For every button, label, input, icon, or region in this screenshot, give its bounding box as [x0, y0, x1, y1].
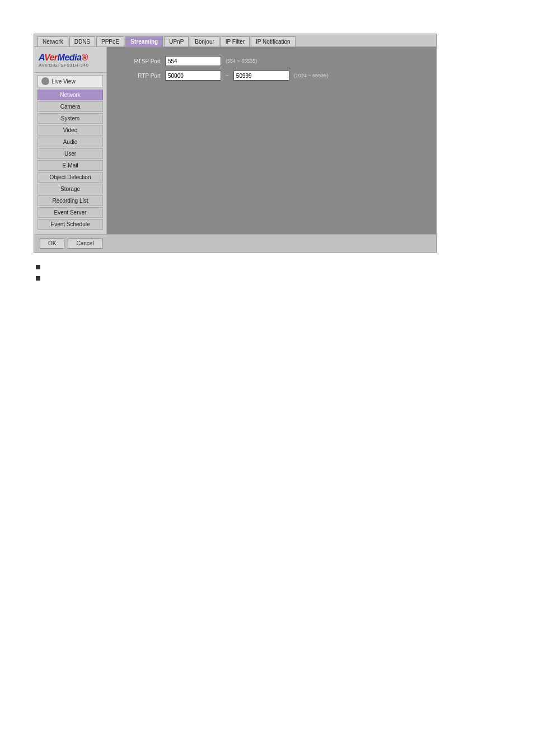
rtsp-port-row: RTSP Port (554 ~ 65535) — [116, 56, 427, 66]
rtp-port-start-input[interactable] — [165, 71, 221, 81]
sidebar-item-system[interactable]: System — [38, 113, 103, 124]
tab-pppoe[interactable]: PPPoE — [96, 36, 124, 46]
bullet-item-1 — [36, 264, 500, 269]
live-view-label: Live View — [51, 78, 76, 85]
bullet-icon-2 — [36, 276, 40, 281]
tab-bar: Network DDNS PPPoE Streaming UPnP Bonjou… — [34, 34, 436, 47]
live-view-button[interactable]: Live View — [38, 75, 103, 87]
logo-brand: AVerMedia® — [39, 53, 102, 63]
tab-streaming[interactable]: Streaming — [125, 36, 163, 46]
cancel-button[interactable]: Cancel — [68, 238, 102, 249]
rtsp-port-label: RTSP Port — [116, 58, 161, 64]
rtp-port-end-input[interactable] — [233, 71, 289, 81]
content-area: AVerMedia® AVerDiGi SF031H-240 Live View… — [34, 47, 436, 234]
live-view-icon — [41, 77, 49, 85]
logo-model: AVerDiGi SF031H-240 — [39, 63, 102, 68]
sidebar: AVerMedia® AVerDiGi SF031H-240 Live View… — [34, 47, 107, 234]
tab-upnp[interactable]: UPnP — [164, 36, 189, 46]
sidebar-item-video[interactable]: Video — [38, 125, 103, 136]
sidebar-item-network[interactable]: Network — [38, 90, 103, 100]
main-panel: RTSP Port (554 ~ 65535) RTP Port ~ (1024… — [107, 47, 436, 234]
bottom-bar: OK Cancel — [34, 234, 436, 252]
rtsp-port-hint: (554 ~ 65535) — [226, 58, 257, 64]
sidebar-item-email[interactable]: E-Mail — [38, 160, 103, 171]
tab-ip-filter[interactable]: IP Filter — [221, 36, 250, 46]
sidebar-item-event-schedule[interactable]: Event Schedule — [38, 219, 103, 230]
sidebar-item-camera[interactable]: Camera — [38, 101, 103, 112]
rtp-separator: ~ — [226, 73, 229, 79]
tab-ip-notification[interactable]: IP Notification — [251, 36, 296, 46]
tab-bonjour[interactable]: Bonjour — [190, 36, 219, 46]
tab-network[interactable]: Network — [38, 36, 68, 46]
sidebar-item-audio[interactable]: Audio — [38, 137, 103, 147]
rtsp-port-input[interactable] — [165, 56, 221, 66]
ok-button[interactable]: OK — [40, 238, 64, 249]
logo-area: AVerMedia® AVerDiGi SF031H-240 — [34, 50, 106, 73]
rtp-port-row: RTP Port ~ (1024 ~ 65535) — [116, 71, 427, 81]
bullet-item-2 — [36, 275, 500, 281]
sidebar-item-storage[interactable]: Storage — [38, 184, 103, 194]
sidebar-item-user[interactable]: User — [38, 148, 103, 159]
rtp-port-label: RTP Port — [116, 73, 161, 79]
bullet-icon-1 — [36, 265, 40, 269]
sidebar-item-recording-list[interactable]: Recording List — [38, 195, 103, 206]
bullets-section — [34, 264, 500, 281]
sidebar-item-object-detection[interactable]: Object Detection — [38, 172, 103, 183]
tab-ddns[interactable]: DDNS — [69, 36, 95, 46]
sidebar-item-event-server[interactable]: Event Server — [38, 207, 103, 218]
app-window: Network DDNS PPPoE Streaming UPnP Bonjou… — [34, 34, 437, 253]
rtp-port-hint: (1024 ~ 65535) — [294, 73, 328, 78]
